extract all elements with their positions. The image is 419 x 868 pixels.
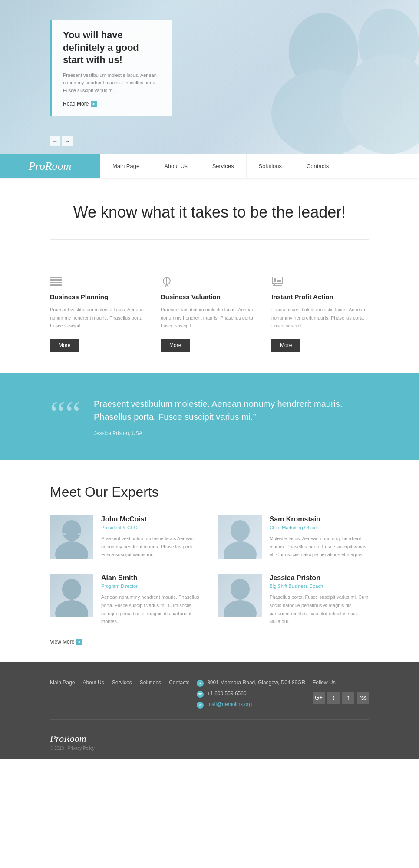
social-icon-facebook[interactable]: f — [342, 692, 354, 704]
svg-rect-7 — [50, 284, 62, 286]
footer-nav-services[interactable]: Services — [112, 680, 132, 709]
quote-content: Praesent vestibulum molestie. Aenean non… — [94, 397, 369, 436]
services-grid: Business Planning Praesent vestibulum mo… — [0, 277, 419, 373]
service-body-2: Praesent vestibulum molestie lacus. Aene… — [161, 306, 258, 330]
expert-info-4: Jessica Priston Big Shift Business Coach… — [270, 574, 370, 626]
leader-headline: We know what it takes to be the leader! — [50, 202, 369, 222]
footer-copyright: © 2013 | Privacy Policy — [50, 746, 95, 751]
phone-icon: ☎ — [197, 691, 204, 698]
hero-next-button[interactable]: → — [62, 136, 73, 146]
svg-point-19 — [62, 520, 81, 541]
footer-logo-area: ProRoom © 2013 | Privacy Policy — [50, 733, 95, 751]
hero-headline: You will have definitely a good start wi… — [63, 29, 162, 66]
expert-role-3: Program Director — [101, 584, 201, 589]
svg-point-20 — [55, 541, 88, 559]
hero-prev-button[interactable]: ← — [50, 136, 60, 146]
service-icon-2 — [161, 277, 174, 287]
hero-arrow-icon: ► — [91, 101, 97, 107]
logo-text: ProRoom — [29, 160, 72, 173]
experts-heading: Meet Our Experts — [50, 484, 369, 500]
hero-read-more-link[interactable]: Read More ► — [63, 101, 162, 107]
service-card-2: Business Valuation Praesent vestibulum m… — [161, 277, 258, 352]
expert-bio-3: Aenean nonummy hendrerit mauris. Phasell… — [101, 593, 201, 626]
view-more-link[interactable]: View More ► — [50, 639, 369, 645]
expert-role-4: Big Shift Business Coach — [270, 584, 370, 589]
svg-rect-14 — [274, 278, 276, 282]
footer-address-text: 8901 Marmora Road, Glasgow, D04 89GR — [207, 680, 305, 686]
nav-solutions[interactable]: Solutions — [247, 154, 294, 178]
view-more-text: View More — [50, 639, 74, 645]
social-icons: G+ t f rss — [313, 692, 369, 704]
navbar: ProRoom Main Page About Us Services Solu… — [0, 154, 419, 178]
hero-nav-arrows: ← → — [50, 136, 73, 146]
footer-social-title: Follow Us — [313, 680, 369, 686]
hero-bg-image — [158, 0, 419, 154]
expert-role-2: Chief Marketing Officer — [270, 525, 370, 530]
expert-role-1: President & CEO — [101, 525, 201, 530]
social-icon-gplus[interactable]: G+ — [313, 692, 325, 704]
svg-rect-5 — [50, 279, 62, 281]
hero-section: You will have definitely a good start wi… — [0, 0, 419, 154]
svg-rect-4 — [50, 277, 62, 278]
view-more-arrow-icon: ► — [76, 639, 82, 645]
hero-content-box: You will have definitely a good start wi… — [50, 20, 172, 116]
footer: Main Page About Us Services Solutions Co… — [0, 662, 419, 759]
expert-bio-1: Praesent vestibulum molestie lacus Aenea… — [101, 535, 201, 559]
expert-photo-1 — [50, 515, 93, 559]
footer-nav: Main Page About Us Services Solutions Co… — [50, 680, 189, 709]
service-more-btn-3[interactable]: More — [271, 339, 300, 352]
expert-photo-2 — [218, 515, 262, 559]
expert-card-4: Jessica Priston Big Shift Business Coach… — [218, 574, 370, 626]
service-title-1: Business Planning — [50, 293, 148, 300]
nav-contacts[interactable]: Contacts — [294, 154, 341, 178]
navbar-logo: ProRoom — [0, 154, 100, 178]
social-icon-twitter[interactable]: t — [327, 692, 340, 704]
service-card-1: Business Planning Praesent vestibulum mo… — [50, 277, 148, 352]
email-icon: ✉ — [197, 702, 204, 709]
footer-bottom: ProRoom © 2013 | Privacy Policy — [50, 733, 369, 751]
footer-social: Follow Us G+ t f rss — [313, 680, 369, 709]
leader-divider — [50, 239, 369, 240]
footer-phone: ☎ +1 800 559 6580 — [197, 690, 305, 698]
expert-card-2: Sam Kromstain Chief Marketing Officer Mo… — [218, 515, 370, 559]
svg-line-12 — [167, 284, 168, 287]
svg-rect-22 — [78, 533, 81, 535]
footer-nav-solutions[interactable]: Solutions — [140, 680, 161, 709]
footer-nav-contacts[interactable]: Contacts — [169, 680, 189, 709]
expert-name-2: Sam Kromstain — [270, 515, 370, 523]
footer-nav-main-page[interactable]: Main Page — [50, 680, 75, 709]
leader-section: We know what it takes to be the leader! — [0, 178, 419, 277]
address-icon: ● — [197, 680, 204, 687]
service-title-2: Business Valuation — [161, 293, 258, 300]
hero-read-more-text: Read More — [63, 101, 89, 107]
navbar-links: Main Page About Us Services Solutions Co… — [100, 154, 419, 178]
svg-rect-15 — [277, 280, 281, 282]
footer-contact: ● 8901 Marmora Road, Glasgow, D04 89GR ☎… — [197, 680, 305, 709]
experts-section: Meet Our Experts John McCoist President … — [0, 460, 419, 662]
nav-services[interactable]: Services — [200, 154, 247, 178]
quote-author: Jessica Priston, USA — [94, 430, 369, 436]
service-more-btn-1[interactable]: More — [50, 339, 79, 352]
social-icon-rss[interactable]: rss — [357, 692, 369, 704]
expert-bio-4: Phasellus porta. Fusce suscipit varius m… — [270, 593, 370, 626]
svg-rect-21 — [62, 533, 66, 535]
service-more-btn-2[interactable]: More — [161, 339, 190, 352]
footer-email-link[interactable]: mail@demolink.org — [207, 701, 252, 707]
expert-silhouette-1 — [50, 515, 93, 559]
footer-address: ● 8901 Marmora Road, Glasgow, D04 89GR — [197, 680, 305, 687]
nav-about-us[interactable]: About Us — [152, 154, 200, 178]
service-body-1: Praesent vestibulum molestie lacus. Aene… — [50, 306, 148, 330]
expert-photo-4 — [218, 574, 262, 617]
expert-silhouette-2 — [218, 515, 262, 559]
footer-nav-about-us[interactable]: About Us — [82, 680, 104, 709]
expert-silhouette-4 — [218, 574, 262, 617]
nav-main-page[interactable]: Main Page — [100, 154, 152, 178]
expert-name-1: John McCoist — [101, 515, 201, 523]
expert-info-3: Alan Smith Program Director Aenean nonum… — [101, 574, 201, 626]
expert-bio-2: Molestie lacus. Aenean nonummy hendrerit… — [270, 535, 370, 559]
expert-photo-3 — [50, 574, 93, 617]
expert-card-3: Alan Smith Program Director Aenean nonum… — [50, 574, 201, 626]
footer-phone-text: +1 800 559 6580 — [207, 690, 246, 696]
expert-silhouette-3 — [50, 574, 93, 617]
expert-info-2: Sam Kromstain Chief Marketing Officer Mo… — [270, 515, 370, 559]
